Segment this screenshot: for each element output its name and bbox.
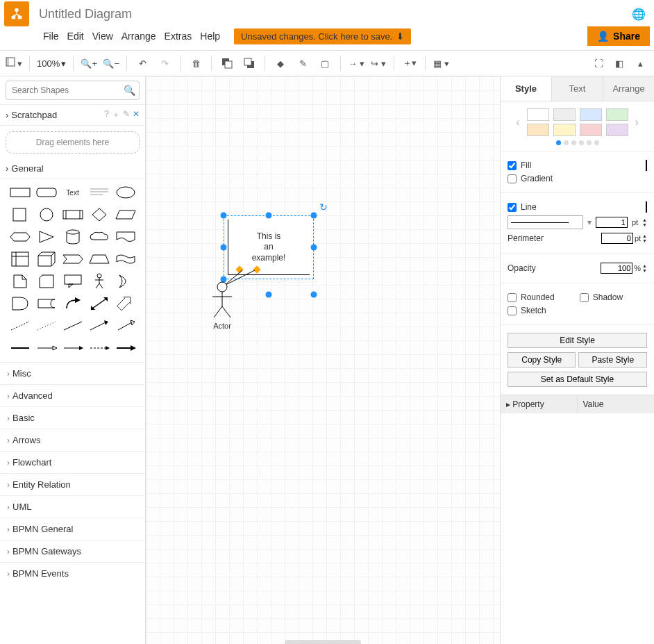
search-icon[interactable]: 🔍: [124, 85, 135, 96]
waypoint-button[interactable]: ↪ ▾: [370, 55, 387, 72]
shape-card[interactable]: [35, 272, 58, 291]
document-title[interactable]: Untitled Diagram: [39, 7, 132, 22]
shape-tape[interactable]: [114, 249, 137, 269]
menu-extras[interactable]: Extras: [165, 28, 201, 44]
copy-style-button[interactable]: Copy Style: [508, 352, 576, 368]
edit-icon[interactable]: ✎: [123, 109, 130, 121]
to-back-button[interactable]: [241, 55, 258, 72]
default-style-button[interactable]: Set as Default Style: [508, 372, 647, 387]
category-basic[interactable]: Basic: [0, 406, 145, 429]
swatch[interactable]: [553, 108, 576, 121]
connection-button[interactable]: → ▾: [348, 55, 364, 72]
format-panel-button[interactable]: ◧: [611, 55, 628, 72]
shape-ellipse[interactable]: [114, 183, 137, 202]
fullscreen-button[interactable]: ⛶: [590, 55, 607, 72]
rounded-checkbox[interactable]: [508, 293, 517, 302]
category-bpmn-events[interactable]: BPMN Events: [0, 562, 145, 584]
shape-link5[interactable]: [114, 338, 137, 358]
view-mode-button[interactable]: ▾: [6, 55, 22, 72]
search-shapes-input[interactable]: [6, 81, 140, 100]
canvas[interactable]: This is an example! ↻: [146, 76, 500, 644]
fill-color[interactable]: [646, 160, 647, 171]
line-width-input[interactable]: [596, 217, 628, 228]
shape-link3[interactable]: [61, 338, 85, 358]
shape-link2[interactable]: [35, 338, 58, 358]
menu-file[interactable]: File: [43, 28, 67, 44]
category-entity-relation[interactable]: Entity Relation: [0, 473, 145, 495]
edit-style-button[interactable]: Edit Style: [508, 333, 647, 348]
close-icon[interactable]: ✕: [133, 109, 140, 121]
swatch[interactable]: [606, 124, 628, 136]
swatch[interactable]: [527, 124, 549, 136]
fill-checkbox[interactable]: [508, 161, 517, 170]
shadow-button[interactable]: ▢: [317, 55, 333, 72]
insert-button[interactable]: ＋▾: [401, 55, 418, 72]
swatch[interactable]: [580, 124, 602, 136]
paste-style-button[interactable]: Paste Style: [578, 352, 646, 368]
fill-color-button[interactable]: ◆: [272, 55, 289, 72]
swatch-prev[interactable]: ‹: [513, 116, 522, 129]
shape-cylinder[interactable]: [61, 227, 85, 247]
menu-arrange[interactable]: Arrange: [121, 28, 165, 44]
line-color-button[interactable]: ✎: [294, 55, 311, 72]
scratchpad-dropzone[interactable]: Drag elements here: [6, 131, 140, 154]
shape-link1[interactable]: [8, 338, 32, 358]
shape-step[interactable]: [61, 249, 85, 269]
line-color[interactable]: [646, 201, 647, 213]
shape-rect[interactable]: [8, 183, 32, 202]
shape-hex[interactable]: [8, 227, 32, 247]
shadow-checkbox[interactable]: [580, 293, 589, 302]
perimeter-input[interactable]: [601, 233, 633, 244]
table-button[interactable]: ▦ ▾: [433, 55, 449, 72]
sketch-checkbox[interactable]: [508, 306, 517, 315]
shape-document[interactable]: [114, 227, 137, 247]
shape-callout[interactable]: [61, 272, 85, 291]
zoom-dropdown[interactable]: 100% ▾: [37, 58, 66, 69]
shape-line-dot[interactable]: [35, 316, 58, 336]
shape-line[interactable]: [61, 316, 85, 336]
stepper-up[interactable]: ▲: [642, 217, 647, 222]
shape-or[interactable]: [114, 272, 137, 291]
swatch[interactable]: [527, 108, 549, 121]
shape-trap[interactable]: [87, 249, 111, 269]
horizontal-scrollbar[interactable]: [285, 640, 361, 644]
shape-square[interactable]: [8, 205, 32, 224]
shape-conn1[interactable]: [87, 316, 111, 336]
shape-process[interactable]: [61, 205, 85, 224]
category-flowchart[interactable]: Flowchart: [0, 451, 145, 473]
opacity-input[interactable]: [601, 263, 632, 274]
redo-button[interactable]: ↷: [156, 55, 173, 72]
shape-line-dash[interactable]: [8, 316, 32, 336]
swatch[interactable]: [580, 108, 602, 121]
actor-shape[interactable]: Actor: [210, 281, 235, 330]
shape-round-rect[interactable]: [35, 183, 58, 202]
app-logo[interactable]: [4, 1, 29, 26]
shape-conn2[interactable]: [114, 316, 137, 336]
shape-cloud[interactable]: [87, 227, 111, 247]
shape-and[interactable]: [8, 294, 32, 313]
swatch-next[interactable]: ›: [632, 116, 642, 129]
shape-textbox[interactable]: [87, 183, 111, 202]
menu-edit[interactable]: Edit: [67, 28, 92, 44]
stepper-down[interactable]: ▼: [642, 222, 647, 227]
menu-view[interactable]: View: [92, 28, 121, 44]
scratchpad-header[interactable]: › Scratchpad ? ＋ ✎ ✕: [0, 105, 145, 126]
language-icon[interactable]: 🌐: [632, 8, 646, 21]
shape-internal[interactable]: [8, 249, 32, 269]
shape-actor[interactable]: [87, 272, 111, 291]
share-button[interactable]: 👤 Share: [587, 26, 650, 46]
line-checkbox[interactable]: [508, 203, 517, 212]
menu-help[interactable]: Help: [200, 28, 228, 44]
tab-arrange[interactable]: Arrange: [603, 76, 654, 101]
zoom-out-button[interactable]: 🔍−: [103, 55, 119, 72]
undo-button[interactable]: ↶: [134, 55, 151, 72]
general-header[interactable]: › General: [0, 159, 145, 179]
to-front-button[interactable]: [219, 55, 235, 72]
rotate-handle[interactable]: ↻: [319, 201, 328, 213]
shape-circle[interactable]: [35, 205, 58, 224]
delete-button[interactable]: 🗑: [187, 55, 204, 72]
shape-arrow-curve[interactable]: [61, 294, 85, 313]
shape-diamond[interactable]: [87, 205, 111, 224]
shape-triangle[interactable]: [35, 227, 58, 247]
category-arrows[interactable]: Arrows: [0, 429, 145, 451]
